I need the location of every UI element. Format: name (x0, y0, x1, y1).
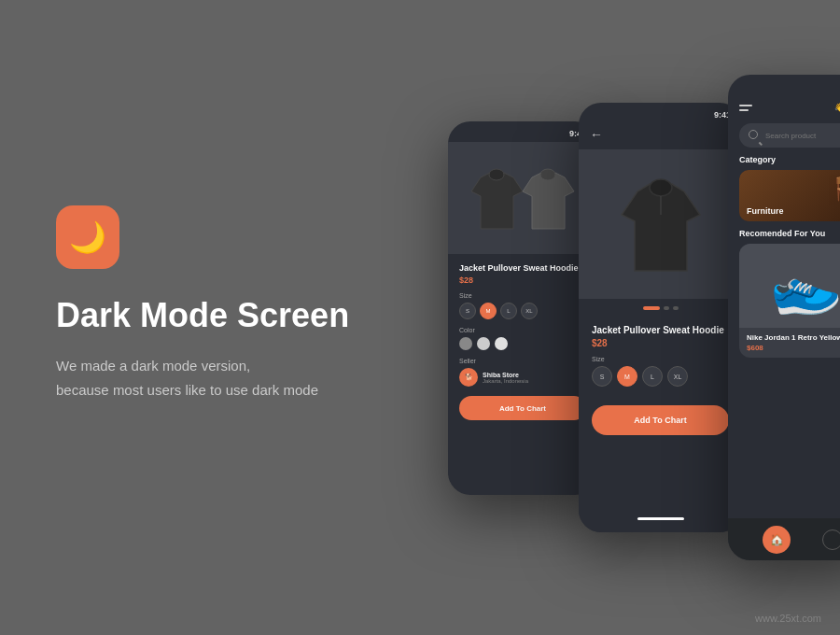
nav-bar-2 (579, 504, 742, 532)
hamburger-icon[interactable] (739, 105, 752, 111)
phone-product-detail-large: 9:41 ← Jacket Pullover Sweat Hoodie $28 … (579, 103, 742, 532)
seller-row: 🐕 Shiba Store Jakarta, Indonesia Vi (459, 368, 586, 387)
category-name: Furniture (747, 206, 784, 216)
size-xl-2[interactable]: XL (667, 366, 688, 387)
furniture-image: 🪑 (829, 175, 840, 205)
svg-point-0 (489, 169, 504, 180)
product-image-area-3: 👟 (739, 244, 840, 328)
ham-line-1 (739, 105, 752, 106)
size-row-2: S M L XL (592, 366, 729, 387)
ham-line-2 (739, 109, 749, 111)
status-bar-3: 9:41 (728, 75, 840, 95)
seller-info: Shiba Store Jakarta, Indonesia (483, 372, 576, 384)
product-content-1: Jacket Pullover Sweat Hoodie $28 Size S … (448, 254, 597, 430)
size-label-2: Size (592, 356, 729, 362)
add-to-cart-btn-2[interactable]: Add To Chart (592, 405, 729, 435)
seller-name: Shiba Store (483, 372, 576, 378)
size-l-2[interactable]: L (642, 366, 663, 387)
size-m-1[interactable]: M (480, 303, 497, 319)
color-row-1 (459, 337, 586, 350)
size-l-1[interactable]: L (500, 303, 517, 319)
hoodie-image-light (518, 159, 579, 238)
size-s-2[interactable]: S (592, 366, 612, 387)
dot-active (643, 306, 660, 310)
product-image-area-1 (448, 142, 597, 254)
search-placeholder-text: Search product (765, 132, 816, 140)
search-nav-icon[interactable] (822, 529, 840, 550)
product-card-nike[interactable]: ♥ 👟 Nike Jordan 1 Retro Yellow $608 (739, 244, 840, 358)
product-content-2: Jacket Pullover Sweat Hoodie $28 Size S … (579, 318, 742, 443)
search-icon (749, 130, 760, 141)
left-section: 🌙 Dark Mode Screen We made a dark mode v… (56, 205, 349, 402)
seller-avatar: 🐕 (459, 368, 478, 387)
product-price-2: $28 (592, 338, 729, 348)
search-handle (759, 141, 763, 145)
color-gray[interactable] (459, 337, 472, 350)
color-light[interactable] (477, 337, 490, 350)
back-arrow-icon[interactable]: ← (590, 127, 603, 142)
product-info: Nike Jordan 1 Retro Yellow $608 (739, 328, 840, 358)
main-title: Dark Mode Screen (56, 295, 349, 335)
bottom-nav: 🏠 (728, 518, 840, 560)
hoodie-image-large (614, 163, 707, 285)
size-label-1: Size (459, 292, 586, 299)
shoe-image: 👟 (761, 245, 840, 327)
app-icon: 🌙 (56, 205, 119, 269)
add-to-cart-btn-1[interactable]: Add To Chart (459, 396, 586, 420)
status-bar-1: 9:41 (448, 121, 597, 142)
home-nav-icon[interactable]: 🏠 (763, 526, 791, 554)
search-circle (749, 130, 758, 139)
product-name: Nike Jordan 1 Retro Yellow (747, 333, 840, 342)
dot-2 (664, 306, 669, 310)
color-white[interactable] (495, 337, 508, 350)
category-label: Category (728, 155, 840, 164)
size-m-2[interactable]: M (617, 366, 637, 387)
product-price-3: $608 (747, 344, 840, 352)
svg-point-1 (540, 169, 555, 180)
image-dots (579, 299, 742, 318)
size-xl-1[interactable]: XL (521, 303, 538, 319)
watermark: www.25xt.com (755, 613, 821, 624)
recommended-label: Recomended For You (728, 229, 840, 238)
home-header: 👋 Hello (728, 95, 840, 120)
phone-product-detail-small: 9:41 Jacket Pullover Sweat Hoodie $28 Si… (448, 121, 597, 495)
status-bar-2: 9:41 (579, 103, 742, 123)
subtitle: We made a dark mode version, because mos… (56, 354, 349, 402)
product-title-2: Jacket Pullover Sweat Hoodie (592, 325, 729, 335)
seller-location: Jakarta, Indonesia (483, 378, 576, 384)
size-row-1: S M L XL (459, 303, 586, 319)
nav-indicator (637, 517, 684, 520)
product-image-area-2 (579, 149, 742, 299)
dot-3 (673, 306, 679, 310)
seller-label-1: Seller (459, 358, 586, 364)
size-s-1[interactable]: S (459, 303, 476, 319)
product-title-1: Jacket Pullover Sweat Hoodie (459, 263, 586, 273)
product-price-1: $28 (459, 275, 586, 285)
color-label-1: Color (459, 327, 586, 333)
back-bar: ← (579, 123, 742, 149)
phone-home-search: 9:41 👋 Hello Search product Category 🪑 F… (728, 75, 840, 560)
search-bar[interactable]: Search product (739, 123, 840, 148)
svg-point-2 (650, 179, 672, 196)
category-card-furniture[interactable]: 🪑 Furniture (739, 170, 840, 221)
greeting-text: 👋 Hello (834, 103, 840, 112)
moon-icon: 🌙 (69, 219, 106, 255)
